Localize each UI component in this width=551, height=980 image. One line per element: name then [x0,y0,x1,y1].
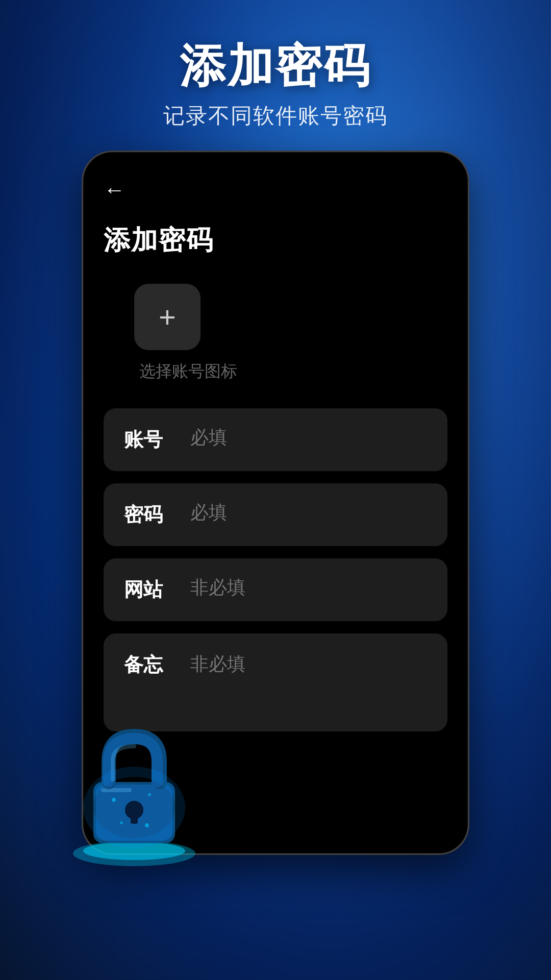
header-section: 添加密码 记录不同软件账号密码 [0,0,551,151]
phone-wrapper: ← 添加密码 + 选择账号图标 账号 密码 网站 备忘 [0,151,551,855]
plus-icon: + [159,302,176,332]
website-field: 网站 [104,558,447,621]
svg-rect-6 [131,813,138,824]
svg-rect-4 [101,788,132,792]
website-label: 网站 [124,577,175,603]
icon-hint-text: 选择账号图标 [139,360,237,383]
icon-upload-section: + 选择账号图标 [134,284,447,383]
memo-input[interactable] [190,652,427,713]
password-input[interactable] [190,502,427,523]
sub-title: 记录不同软件账号密码 [0,102,551,130]
back-arrow-icon: ← [104,178,125,202]
memo-label: 备忘 [124,652,175,678]
back-button[interactable]: ← [104,178,447,202]
account-input[interactable] [190,427,427,448]
icon-upload-button[interactable]: + [134,284,201,350]
account-label: 账号 [124,427,175,453]
svg-point-10 [145,823,149,827]
website-input[interactable] [190,577,427,598]
main-title: 添加密码 [0,41,551,91]
password-field: 密码 [104,483,447,546]
phone-container: ← 添加密码 + 选择账号图标 账号 密码 网站 备忘 [82,151,469,855]
password-label: 密码 [124,502,175,528]
svg-point-9 [148,793,151,796]
svg-point-7 [112,798,116,802]
svg-point-8 [120,821,123,824]
lock-icon [63,705,206,869]
account-field: 账号 [104,408,447,471]
page-title: 添加密码 [104,223,447,258]
lock-decoration [63,705,206,869]
